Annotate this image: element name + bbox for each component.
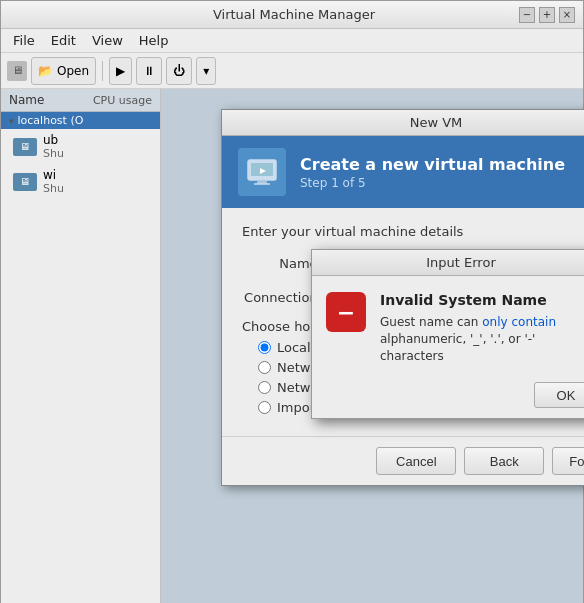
title-bar-controls: − + × <box>519 7 575 23</box>
vm-list: 🖥 ub Shu 🖥 wi Shu <box>1 129 160 199</box>
new-vm-header-text: Create a new virtual machine Step 1 of 5 <box>300 155 565 190</box>
menu-help[interactable]: Help <box>131 31 177 50</box>
new-vm-header-icon <box>238 148 286 196</box>
main-window: Virtual Machine Manager − + × File Edit … <box>0 0 584 603</box>
new-vm-title: New VM <box>246 115 584 130</box>
vm-sub-0: Shu <box>43 147 64 160</box>
open-label: Open <box>57 64 89 78</box>
radio-local-input[interactable] <box>258 341 271 354</box>
radio-netw1-input[interactable] <box>258 361 271 374</box>
menu-edit[interactable]: Edit <box>43 31 84 50</box>
error-message: Guest name can only contain alphanumeric… <box>380 314 584 364</box>
minimize-button[interactable]: − <box>519 7 535 23</box>
error-msg-plain: Guest name can <box>380 315 482 329</box>
error-heading: Invalid System Name <box>380 292 584 308</box>
error-title: Input Error <box>336 255 584 270</box>
open-icon: 📂 <box>38 64 53 78</box>
cancel-button[interactable]: Cancel <box>376 447 456 475</box>
vm-name-1: wi <box>43 168 64 182</box>
main-title-bar: Virtual Machine Manager − + × <box>1 1 583 29</box>
radio-import-label: Impor <box>277 400 315 415</box>
radio-import-input[interactable] <box>258 401 271 414</box>
toolbar: 🖥 📂 Open ▶ ⏸ ⏻ ▾ <box>1 53 583 89</box>
new-vm-header: Create a new virtual machine Step 1 of 5 <box>222 136 584 208</box>
left-panel: Name CPU usage ▾ localhost (O 🖥 ub Shu 🖥 <box>1 89 161 603</box>
vm-sub-1: Shu <box>43 182 64 195</box>
host-label-text: localhost (O <box>18 114 84 127</box>
error-icon: − <box>326 292 366 332</box>
expand-icon: ▾ <box>9 116 14 126</box>
menu-view[interactable]: View <box>84 31 131 50</box>
error-body: − Invalid System Name Guest name can onl… <box>312 276 584 376</box>
radio-netw2-input[interactable] <box>258 381 271 394</box>
error-dialog: Input Error × − Invalid System Name Gues… <box>311 249 584 419</box>
forward-button[interactable]: Forward <box>552 447 584 475</box>
error-footer: OK <box>312 376 584 418</box>
error-msg-rest: alphanumeric, '_', '.', or '-' character… <box>380 332 535 363</box>
pause-button[interactable]: ⏸ <box>136 57 162 85</box>
back-button[interactable]: Back <box>464 447 544 475</box>
toolbar-separator <box>102 61 103 81</box>
play-button[interactable]: ▶ <box>109 57 132 85</box>
content-area: Name CPU usage ▾ localhost (O 🖥 ub Shu 🖥 <box>1 89 583 603</box>
open-button[interactable]: 📂 Open <box>31 57 96 85</box>
maximize-button[interactable]: + <box>539 7 555 23</box>
vm-name-0: ub <box>43 133 64 147</box>
name-column-header: Name <box>9 93 44 107</box>
main-title: Virtual Machine Manager <box>69 7 519 22</box>
vm-icon-1: 🖥 <box>13 173 37 191</box>
instruction-text: Enter your virtual machine details <box>242 224 584 239</box>
dropdown-button[interactable]: ▾ <box>196 57 216 85</box>
panel-header: Name CPU usage <box>1 89 160 112</box>
menu-bar: File Edit View Help <box>1 29 583 53</box>
new-vm-footer: Cancel Back Forward <box>222 436 584 485</box>
toolbar-vm-icon: 🖥 <box>7 61 27 81</box>
vm-item-0[interactable]: 🖥 ub Shu <box>5 129 160 164</box>
close-button[interactable]: × <box>559 7 575 23</box>
error-text-block: Invalid System Name Guest name can only … <box>380 292 584 364</box>
host-item[interactable]: ▾ localhost (O <box>1 112 160 129</box>
power-button[interactable]: ⏻ <box>166 57 192 85</box>
error-title-bar: Input Error × <box>312 250 584 276</box>
vm-icon-0: 🖥 <box>13 138 37 156</box>
new-vm-title-bar: New VM × <box>222 110 584 136</box>
vm-info-0: ub Shu <box>43 133 64 160</box>
right-panel: New VM × Create a new vir <box>161 89 583 603</box>
ok-button[interactable]: OK <box>534 382 584 408</box>
new-vm-header-title: Create a new virtual machine <box>300 155 565 174</box>
error-msg-highlight: only contain <box>482 315 556 329</box>
new-vm-step: Step 1 of 5 <box>300 176 565 190</box>
vm-item-1[interactable]: 🖥 wi Shu <box>5 164 160 199</box>
vm-info-1: wi Shu <box>43 168 64 195</box>
radio-local-label: Local <box>277 340 311 355</box>
cpu-column-header: CPU usage <box>93 94 152 107</box>
menu-file[interactable]: File <box>5 31 43 50</box>
